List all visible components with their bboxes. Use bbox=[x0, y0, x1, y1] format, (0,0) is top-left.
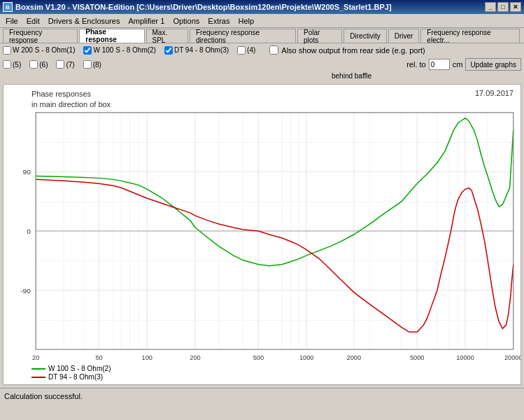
cb-w100s[interactable]: W 100 S - 8 Ohm(2) bbox=[83, 46, 155, 55]
cb-5-input[interactable] bbox=[3, 60, 11, 69]
menu-options[interactable]: Options bbox=[169, 15, 204, 27]
svg-text:90: 90 bbox=[23, 169, 31, 176]
svg-text:5000: 5000 bbox=[410, 354, 425, 361]
tab-freq-response-electr[interactable]: Frequency response electr... bbox=[420, 29, 520, 43]
title-text: Boxsim V1.20 - VISATON-Edition [C:\Users… bbox=[15, 3, 392, 11]
svg-text:2000: 2000 bbox=[347, 354, 362, 361]
legend-label-w100s: W 100 S - 8 Ohm(2) bbox=[48, 365, 111, 372]
legend-label-dt94: DT 94 - 8 Ohm(3) bbox=[48, 373, 103, 381]
title-bar: B Boxsim V1.20 - VISATON-Edition [C:\Use… bbox=[0, 0, 524, 14]
cb-4-input[interactable] bbox=[237, 46, 246, 55]
cb-also-show-label: Also show output from rear side (e.g. po… bbox=[281, 46, 425, 55]
rel-to-label: rel. to bbox=[406, 60, 426, 69]
svg-text:0: 0 bbox=[27, 227, 31, 235]
svg-text:100: 100 bbox=[142, 354, 153, 361]
svg-text:20: 20 bbox=[32, 354, 39, 361]
status-bar: Calculation successful. bbox=[0, 388, 524, 403]
tab-frequency-response[interactable]: Frequency response bbox=[3, 29, 78, 43]
svg-text:500: 500 bbox=[253, 354, 264, 361]
minimize-button[interactable]: _ bbox=[485, 2, 496, 12]
cb-w200s-label: W 200 S - 8 Ohm(1) bbox=[13, 46, 75, 54]
menu-amplifier[interactable]: Amplifier 1 bbox=[124, 15, 169, 27]
cb-6-label: (6) bbox=[39, 61, 48, 69]
svg-text:1000: 1000 bbox=[299, 354, 314, 361]
checkbox-row-2: (5) (6) (7) (8) rel. to cm Update graphs… bbox=[0, 57, 524, 72]
legend-item-w100s: W 100 S - 8 Ohm(2) bbox=[31, 365, 111, 372]
close-button[interactable]: ✕ bbox=[510, 2, 521, 12]
svg-text:20000: 20000 bbox=[504, 354, 521, 361]
app-icon: B bbox=[3, 2, 13, 12]
update-graphs-button[interactable]: Update graphs bbox=[465, 58, 521, 71]
rel-to-input[interactable] bbox=[429, 59, 450, 70]
chart-svg: 90 0 -90 20 50 100 200 500 1000 2000 500… bbox=[3, 85, 521, 384]
tab-directivity[interactable]: Directivity bbox=[344, 29, 386, 43]
tab-freq-response-directions[interactable]: Frequency response directions bbox=[190, 29, 296, 43]
menu-extras[interactable]: Extras bbox=[204, 15, 234, 27]
cb-w100s-label: W 100 S - 8 Ohm(2) bbox=[93, 46, 155, 54]
cb-dt94[interactable]: DT 94 - 8 Ohm(3) bbox=[164, 46, 229, 55]
svg-text:-90: -90 bbox=[20, 287, 31, 295]
cb-dt94-input[interactable] bbox=[164, 46, 173, 55]
cb-w100s-input[interactable] bbox=[83, 46, 92, 55]
also-show-group: Also show output from rear side (e.g. po… bbox=[269, 46, 425, 55]
graph-container: Phase responses in main direction of box… bbox=[3, 84, 521, 385]
tab-phase-response[interactable]: Phase response bbox=[79, 29, 144, 43]
cb-5[interactable]: (5) bbox=[3, 60, 21, 69]
rel-unit: cm bbox=[453, 60, 463, 69]
menu-help[interactable]: Help bbox=[234, 15, 258, 27]
cb-6-input[interactable] bbox=[29, 60, 38, 69]
cb-8-label: (8) bbox=[93, 61, 101, 69]
cb-7-label: (7) bbox=[66, 61, 74, 69]
status-message: Calculation successful. bbox=[4, 392, 83, 400]
menu-bar: File Edit Drivers & Enclosures Amplifier… bbox=[0, 14, 524, 28]
cb-5-label: (5) bbox=[13, 61, 21, 69]
cb-7[interactable]: (7) bbox=[56, 60, 74, 69]
cb-8[interactable]: (8) bbox=[83, 60, 101, 69]
cb-6[interactable]: (6) bbox=[29, 60, 48, 69]
legend: W 100 S - 8 Ohm(2) DT 94 - 8 Ohm(3) bbox=[31, 365, 111, 382]
cb-7-input[interactable] bbox=[56, 60, 64, 69]
menu-file[interactable]: File bbox=[1, 15, 22, 27]
behind-baffle-text: behind baffle bbox=[332, 72, 371, 80]
tab-max-spl[interactable]: Max. SPL bbox=[146, 29, 188, 43]
tab-driver[interactable]: Driver bbox=[388, 29, 420, 43]
cb-4[interactable]: (4) bbox=[237, 46, 255, 55]
svg-text:200: 200 bbox=[190, 354, 200, 361]
maximize-button[interactable]: □ bbox=[497, 2, 509, 12]
menu-drivers-enclosures[interactable]: Drivers & Enclosures bbox=[44, 15, 125, 27]
tab-bar: Frequency response Phase response Max. S… bbox=[0, 28, 524, 43]
cb-w200s-input[interactable] bbox=[3, 46, 11, 55]
legend-line-green bbox=[31, 368, 45, 370]
cb-w200s[interactable]: W 200 S - 8 Ohm(1) bbox=[3, 46, 75, 55]
cb-also-show[interactable] bbox=[269, 46, 278, 55]
svg-text:50: 50 bbox=[95, 354, 102, 361]
cb-8-input[interactable] bbox=[83, 60, 92, 69]
menu-edit[interactable]: Edit bbox=[22, 15, 44, 27]
legend-item-dt94: DT 94 - 8 Ohm(3) bbox=[31, 373, 111, 381]
title-bar-buttons[interactable]: _ □ ✕ bbox=[485, 2, 521, 12]
cb-4-label: (4) bbox=[247, 46, 255, 54]
checkbox-row-1: W 200 S - 8 Ohm(1) W 100 S - 8 Ohm(2) DT… bbox=[0, 43, 524, 57]
svg-text:10000: 10000 bbox=[456, 354, 474, 361]
cb-dt94-label: DT 94 - 8 Ohm(3) bbox=[174, 46, 229, 54]
legend-line-red bbox=[31, 377, 45, 378]
rel-to-panel: rel. to cm Update graphs behind baffle bbox=[406, 58, 521, 71]
tab-polar-plots[interactable]: Polar plots bbox=[297, 29, 342, 43]
